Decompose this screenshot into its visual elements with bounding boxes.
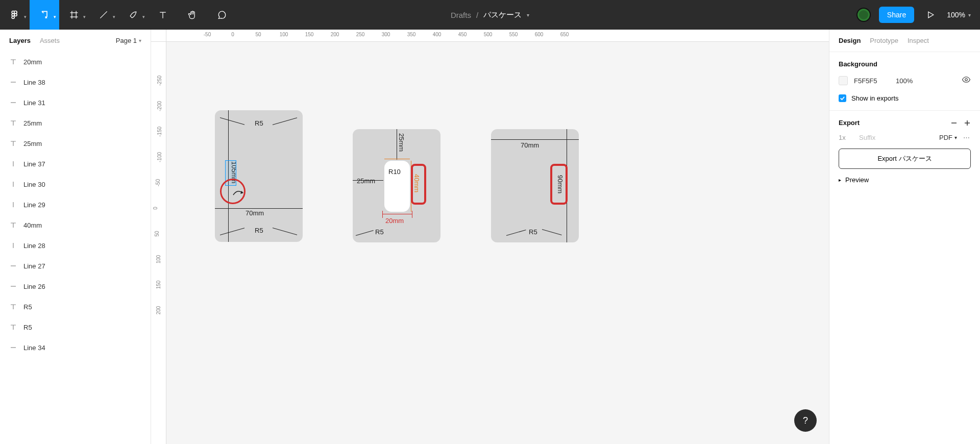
chevron-down-icon: ▾ — [954, 135, 957, 140]
top-toolbar: ▾ ▾ ▾ ▾ ▾ Drafts / パスケース ▾ — [0, 0, 980, 30]
page-selector[interactable]: Page 1 ▾ — [116, 37, 141, 44]
layer-type-icon — [9, 303, 17, 311]
label-r10: R10 — [388, 168, 401, 176]
preview-toggle[interactable]: ▸ Preview — [839, 176, 971, 184]
line-icon — [99, 10, 109, 20]
frame-tool-button[interactable]: ▾ — [59, 0, 89, 30]
check-icon — [840, 95, 845, 101]
layer-name: R5 — [23, 324, 32, 331]
layer-type-icon — [9, 98, 17, 107]
export-format[interactable]: PDF ▾ — [939, 134, 957, 141]
minus-icon[interactable] — [950, 119, 958, 127]
play-icon — [925, 10, 936, 20]
layer-name: Line 37 — [23, 160, 45, 168]
corner-line — [356, 230, 374, 236]
plus-icon[interactable] — [964, 119, 971, 127]
layer-type-icon — [9, 180, 17, 188]
pen-tool-button[interactable]: ▾ — [89, 0, 118, 30]
layer-item[interactable]: Line 34 — [0, 337, 151, 358]
artboard-1[interactable]: R5 R5 70mm 105mm — [215, 110, 303, 242]
export-scale[interactable]: 1x — [839, 134, 853, 141]
label-r5: R5 — [255, 119, 263, 127]
file-breadcrumb[interactable]: Drafts / パスケース ▾ — [451, 10, 529, 20]
cursor-icon — [232, 188, 243, 197]
figma-menu-button[interactable]: ▾ — [0, 0, 30, 30]
tab-inspect[interactable]: Inspect — [908, 37, 929, 44]
layer-name: 20mm — [23, 58, 42, 66]
layer-item[interactable]: Line 31 — [0, 92, 151, 113]
layer-type-icon — [9, 343, 17, 352]
color-hex[interactable]: F5F5F5 — [854, 77, 890, 85]
layer-name: Line 27 — [23, 262, 45, 270]
layer-item[interactable]: Line 29 — [0, 194, 151, 215]
show-exports-checkbox[interactable] — [839, 94, 846, 102]
layer-type-icon — [9, 323, 17, 331]
layer-type-icon — [9, 78, 17, 86]
label-25mm: 25mm — [398, 133, 405, 152]
layer-item[interactable]: R5 — [0, 317, 151, 337]
chevron-down-icon: ▾ — [968, 12, 971, 18]
visibility-toggle[interactable] — [962, 75, 971, 86]
layer-item[interactable]: 25mm — [0, 133, 151, 154]
figma-logo-icon — [10, 10, 20, 20]
layer-item[interactable]: Line 38 — [0, 72, 151, 92]
layer-item[interactable]: Line 37 — [0, 154, 151, 174]
color-opacity[interactable]: 100% — [896, 77, 913, 85]
dim-line — [382, 214, 412, 214]
canvas-area[interactable]: -500501001502002503003504004505005506006… — [151, 30, 829, 444]
hand-icon — [187, 10, 198, 20]
zoom-value: 100% — [947, 11, 965, 19]
svg-point-2 — [12, 16, 14, 19]
user-avatar[interactable] — [856, 8, 871, 22]
tab-prototype[interactable]: Prototype — [870, 37, 898, 44]
zoom-control[interactable]: 100% ▾ — [947, 11, 971, 19]
tab-assets[interactable]: Assets — [40, 37, 60, 44]
label-r5: R5 — [375, 228, 384, 236]
help-button[interactable]: ? — [794, 409, 817, 432]
comment-tool-button[interactable] — [207, 0, 237, 30]
export-options[interactable]: ⋯ — [963, 134, 971, 141]
layer-item[interactable]: 40mm — [0, 215, 151, 235]
layer-item[interactable]: 25mm — [0, 113, 151, 133]
layer-item[interactable]: Line 28 — [0, 235, 151, 256]
layer-name: Line 38 — [23, 79, 45, 86]
text-tool-button[interactable] — [148, 0, 178, 30]
corner-line — [506, 230, 526, 236]
artboard-2[interactable]: 25mm 25mm R10 40mm 20mm R5 — [353, 129, 440, 242]
tab-layers[interactable]: Layers — [9, 37, 31, 44]
layer-item[interactable]: Line 26 — [0, 276, 151, 297]
move-tool-button[interactable]: ▾ — [30, 0, 59, 30]
tab-design[interactable]: Design — [839, 37, 861, 44]
layer-name: 40mm — [23, 221, 42, 229]
layer-name: Line 30 — [23, 181, 45, 188]
guide-h — [491, 139, 579, 140]
present-button[interactable] — [922, 0, 939, 30]
layer-name: Line 29 — [23, 201, 45, 209]
text-icon — [158, 10, 168, 20]
svg-point-4 — [965, 79, 968, 81]
chevron-down-icon: ▾ — [83, 14, 86, 19]
label-r5: R5 — [529, 228, 537, 236]
layer-type-icon — [9, 58, 17, 66]
share-button[interactable]: Share — [879, 7, 914, 23]
pencil-tool-button[interactable]: ▾ — [118, 0, 148, 30]
right-panel: Design Prototype Inspect Background F5F5… — [829, 30, 980, 444]
artboard-3[interactable]: 70mm 90mm R5 — [491, 129, 579, 242]
show-exports-label: Show in exports — [851, 94, 899, 102]
canvas-content: R5 R5 70mm 105mm 25mm 25mm R10 40mm — [151, 30, 829, 444]
layer-name: R5 — [23, 303, 32, 311]
layer-item[interactable]: Line 27 — [0, 256, 151, 276]
layer-item[interactable]: 20mm — [0, 52, 151, 72]
export-suffix[interactable]: Suffix — [859, 134, 933, 141]
label-20mm: 20mm — [385, 217, 404, 225]
layer-type-icon — [9, 282, 17, 290]
export-button[interactable]: Export パスケース — [839, 149, 971, 169]
layer-item[interactable]: R5 — [0, 297, 151, 317]
eye-icon — [962, 75, 971, 84]
color-swatch[interactable] — [839, 76, 848, 85]
preview-label: Preview — [845, 176, 869, 184]
chevron-down-icon: ▾ — [54, 14, 56, 19]
layer-item[interactable]: Line 30 — [0, 174, 151, 194]
chevron-down-icon: ▾ — [142, 14, 145, 19]
hand-tool-button[interactable] — [178, 0, 207, 30]
